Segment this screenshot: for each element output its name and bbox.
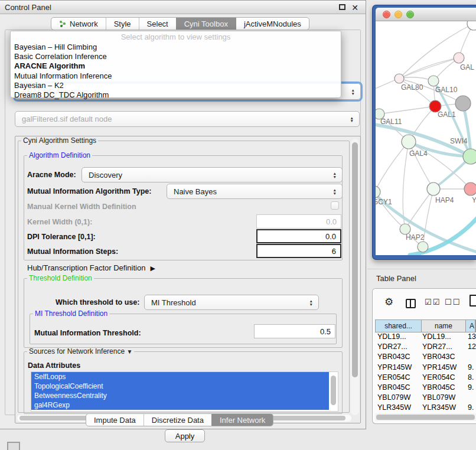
- minimized-panel-icon[interactable]: [7, 442, 20, 450]
- network-node-gcy1[interactable]: [376, 186, 380, 198]
- table-cell[interactable]: YBR045C: [421, 383, 465, 393]
- network-node-gal80[interactable]: [395, 74, 404, 83]
- algorithm-option[interactable]: Basic Correlation Inference: [14, 52, 337, 61]
- tab-jactivemnodules[interactable]: jActiveMNodules: [236, 18, 309, 30]
- network-node[interactable]: [455, 96, 471, 111]
- table-cell[interactable]: 9.: [465, 403, 476, 413]
- network-node-gal[interactable]: [454, 53, 464, 63]
- table-cell[interactable]: YBR043C: [421, 353, 465, 363]
- tab-impute-data[interactable]: Impute Data: [86, 414, 144, 426]
- table-cell[interactable]: [465, 353, 476, 363]
- table-cell[interactable]: 13: [465, 332, 476, 343]
- list-scrollbar-thumb[interactable]: [331, 376, 336, 405]
- mi-steps-field[interactable]: 6: [256, 244, 341, 258]
- new-table-icon[interactable]: [470, 295, 476, 306]
- table-cell[interactable]: YPR145W: [375, 363, 421, 373]
- table-row[interactable]: YPR145WYPR145W9.: [375, 363, 476, 373]
- network-node-gal10[interactable]: [428, 76, 439, 86]
- settings-vertical-scrollbar-thumb[interactable]: [352, 142, 358, 377]
- table-cell[interactable]: [465, 393, 476, 403]
- network-node-hap4[interactable]: [427, 182, 440, 195]
- table-cell[interactable]: YER054C: [421, 373, 465, 383]
- table-cell[interactable]: YBL079W: [421, 393, 465, 403]
- table-row[interactable]: YBR043CYBR043C: [375, 353, 476, 363]
- tab-network[interactable]: Network: [51, 18, 106, 30]
- settings-vertical-scrollbar[interactable]: [351, 139, 359, 415]
- table-row[interactable]: YDR27...YDR27...12: [375, 343, 476, 353]
- hub-definition-toggle[interactable]: Hub/Transcription Factor Definition▶: [27, 263, 155, 272]
- attribute-list-item[interactable]: BetweennessCentrality: [31, 391, 329, 400]
- column-layout-icon[interactable]: [406, 299, 416, 308]
- column-header-shared-name[interactable]: shared...: [376, 320, 422, 332]
- table-cell[interactable]: 9.: [465, 363, 476, 373]
- algorithm-option[interactable]: Mutual Information Inference: [14, 71, 337, 81]
- zoom-traffic-light-icon[interactable]: [406, 11, 414, 18]
- table-row[interactable]: YBR045CYBR045C9.: [375, 383, 476, 393]
- data-attributes-list[interactable]: SelfLoopsTopologicalCoefficientBetweenne…: [31, 371, 338, 412]
- mi-threshold-field[interactable]: 0.5: [254, 324, 335, 338]
- table-data-select[interactable]: galFiltered.sif default node ▲▼: [15, 111, 360, 127]
- attribute-list-item[interactable]: TopologicalCoefficient: [31, 381, 329, 391]
- tab-infer-network[interactable]: Infer Network: [211, 414, 273, 426]
- sources-legend[interactable]: Sources for Network Inference ▼: [27, 347, 134, 356]
- tab-select[interactable]: Select: [139, 18, 176, 30]
- table-cell[interactable]: 12: [465, 343, 476, 353]
- algorithm-option[interactable]: Bayesian – K2: [14, 81, 337, 90]
- gear-icon[interactable]: ⚙: [384, 296, 393, 308]
- network-canvas[interactable]: GALGAL80GAL10GAL1GAL11GAL4SWI4GCY1HAP4YH…: [376, 21, 476, 255]
- select-all-columns-icon[interactable]: ☑☑: [425, 298, 441, 306]
- network-window-titlebar[interactable]: [376, 8, 476, 21]
- table-cell[interactable]: YDR27...: [421, 343, 465, 353]
- network-node[interactable]: [467, 21, 476, 30]
- attribute-list-item[interactable]: gal4RGexp: [31, 400, 329, 410]
- network-edge[interactable]: [403, 142, 409, 229]
- apply-button[interactable]: Apply: [165, 429, 205, 442]
- close-traffic-light-icon[interactable]: [383, 11, 390, 18]
- expand-right-icon[interactable]: ▶: [150, 265, 155, 272]
- table-row[interactable]: YLR345WYLR345W9.: [375, 403, 476, 413]
- attribute-list-item[interactable]: SelfLoops: [31, 372, 329, 381]
- close-window-icon[interactable]: ✕: [351, 2, 358, 14]
- network-edge[interactable]: [379, 106, 435, 114]
- table-cell[interactable]: YLR345W: [375, 403, 421, 413]
- minimize-traffic-light-icon[interactable]: [395, 11, 402, 18]
- table-horizontal-scrollbar[interactable]: [375, 413, 476, 421]
- network-edge[interactable]: [423, 189, 433, 247]
- table-horizontal-scrollbar-thumb[interactable]: [376, 415, 475, 420]
- table-cell[interactable]: YDL19...: [421, 332, 465, 343]
- algorithm-option[interactable]: Bayesian – Hill Climbing: [14, 43, 337, 52]
- table-cell[interactable]: YDL19...: [375, 332, 421, 343]
- network-node-swi4[interactable]: [463, 149, 476, 164]
- table-cell[interactable]: YPR145W: [421, 363, 465, 373]
- table-cell[interactable]: YBR043C: [375, 353, 421, 363]
- algorithm-option[interactable]: ARACNE Algorithm: [14, 61, 337, 71]
- table-cell[interactable]: YLR345W: [421, 403, 465, 413]
- dpi-tolerance-field[interactable]: 0.0: [256, 229, 341, 243]
- control-panel-titlebar[interactable]: Control Panel ✕: [0, 1, 366, 14]
- deselect-all-columns-icon[interactable]: ☐☐: [445, 298, 461, 306]
- table-cell[interactable]: 8.: [465, 373, 476, 383]
- network-node-y[interactable]: [464, 182, 476, 195]
- network-node-gal4[interactable]: [402, 135, 416, 149]
- column-header-clipped[interactable]: A: [466, 320, 475, 332]
- restore-window-icon[interactable]: [339, 4, 345, 10]
- tab-discretize-data[interactable]: Discretize Data: [144, 414, 211, 426]
- mi-type-select[interactable]: Naive Bayes ▲▼: [167, 184, 343, 199]
- table-cell[interactable]: YER054C: [375, 373, 421, 383]
- collapse-down-icon[interactable]: ▼: [126, 348, 132, 355]
- algorithm-option[interactable]: Dream8 DC_TDC Algorithm: [14, 90, 337, 100]
- column-header-name[interactable]: name: [422, 320, 466, 332]
- table-cell[interactable]: YBL079W: [375, 393, 421, 403]
- table-cell[interactable]: 9.: [465, 383, 476, 393]
- tab-cyni-toolbox[interactable]: Cyni Toolbox: [176, 18, 236, 30]
- table-cell[interactable]: YDR27...: [375, 343, 421, 353]
- kernel-width-field[interactable]: 0.0: [256, 214, 341, 229]
- table-row[interactable]: YDL19...YDL19...13: [375, 332, 476, 343]
- table-row[interactable]: YBL079WYBL079W: [375, 393, 476, 403]
- manual-kernel-checkbox[interactable]: [331, 201, 339, 210]
- network-node[interactable]: [418, 242, 428, 252]
- table-row[interactable]: YER054CYER054C8.: [375, 373, 476, 383]
- table-cell[interactable]: YBR045C: [375, 383, 421, 393]
- tab-style[interactable]: Style: [106, 18, 139, 30]
- which-threshold-select[interactable]: MI Threshold ▲▼: [144, 295, 319, 310]
